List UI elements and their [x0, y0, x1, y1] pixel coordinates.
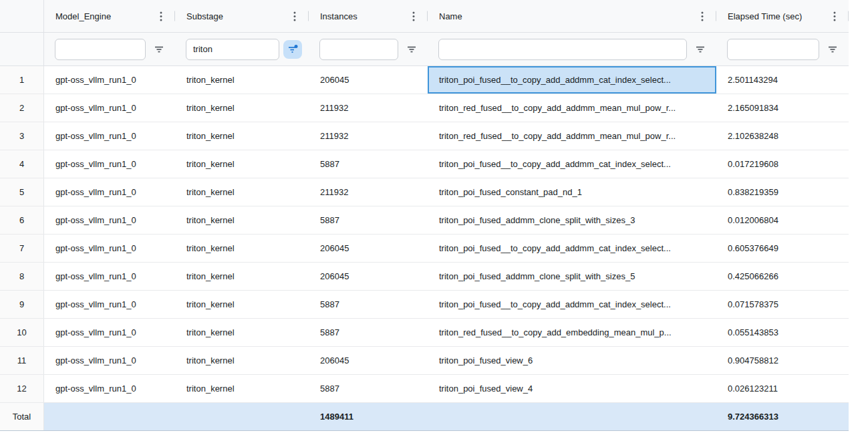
cell-model-engine[interactable]: gpt-oss_vllm_run1_0: [44, 291, 175, 318]
cell-elapsed-time[interactable]: 0.017219608: [716, 150, 849, 178]
table-row[interactable]: 9 gpt-oss_vllm_run1_0 triton_kernel 5887…: [0, 291, 849, 319]
cell-model-engine[interactable]: gpt-oss_vllm_run1_0: [44, 150, 175, 178]
filter-funnel-icon[interactable]: [150, 40, 168, 59]
column-header-instances[interactable]: Instances: [309, 0, 428, 32]
cell-name[interactable]: triton_poi_fused__to_copy_add_addmm_cat_…: [428, 66, 716, 94]
column-header-name[interactable]: Name: [428, 0, 716, 32]
cell-elapsed-time[interactable]: 2.501143294: [716, 66, 849, 94]
column-label: Elapsed Time (sec): [728, 11, 802, 21]
cell-elapsed-time[interactable]: 0.055143853: [716, 319, 849, 346]
cell-instances[interactable]: 206045: [309, 263, 428, 290]
table-row[interactable]: 4 gpt-oss_vllm_run1_0 triton_kernel 5887…: [0, 150, 849, 178]
cell-name[interactable]: triton_poi_fused__to_copy_add_addmm_cat_…: [428, 235, 716, 262]
cell-instances[interactable]: 5887: [309, 319, 428, 346]
filter-funnel-icon[interactable]: [402, 40, 421, 59]
filter-cell-elapsed-time: [716, 33, 849, 65]
filter-cell-instances: [309, 33, 428, 65]
table-row[interactable]: 6 gpt-oss_vllm_run1_0 triton_kernel 5887…: [0, 206, 849, 235]
column-menu-icon[interactable]: [156, 10, 166, 22]
table-row[interactable]: 7 gpt-oss_vllm_run1_0 triton_kernel 2060…: [0, 235, 849, 263]
cell-substage[interactable]: triton_kernel: [175, 375, 309, 402]
table-row[interactable]: 8 gpt-oss_vllm_run1_0 triton_kernel 2060…: [0, 263, 849, 291]
cell-name[interactable]: triton_poi_fused_addmm_clone_split_with_…: [428, 263, 716, 290]
cell-instances[interactable]: 211932: [309, 122, 428, 150]
column-label: Model_Engine: [55, 11, 111, 21]
cell-name[interactable]: triton_poi_fused__to_copy_add_addmm_cat_…: [428, 150, 716, 178]
cell-substage[interactable]: triton_kernel: [175, 263, 309, 290]
cell-substage[interactable]: triton_kernel: [175, 206, 309, 234]
cell-elapsed-time[interactable]: 0.605376649: [716, 235, 849, 262]
filter-funnel-icon[interactable]: [823, 40, 842, 59]
cell-name[interactable]: triton_poi_fused__to_copy_add_addmm_cat_…: [428, 291, 716, 318]
cell-model-engine[interactable]: gpt-oss_vllm_run1_0: [44, 66, 175, 94]
cell-elapsed-time[interactable]: 0.904758812: [716, 347, 849, 374]
column-menu-icon[interactable]: [829, 10, 840, 22]
column-header-substage[interactable]: Substage: [175, 0, 309, 32]
cell-name[interactable]: triton_poi_fused_addmm_clone_split_with_…: [428, 206, 716, 234]
cell-model-engine[interactable]: gpt-oss_vllm_run1_0: [44, 206, 175, 234]
name-filter-input[interactable]: [438, 39, 687, 60]
column-menu-icon[interactable]: [697, 10, 708, 22]
cell-model-engine[interactable]: gpt-oss_vllm_run1_0: [44, 347, 175, 374]
cell-substage[interactable]: triton_kernel: [175, 150, 309, 178]
cell-substage[interactable]: triton_kernel: [175, 235, 309, 262]
cell-model-engine[interactable]: gpt-oss_vllm_run1_0: [44, 319, 175, 346]
cell-elapsed-time[interactable]: 0.425066266: [716, 263, 849, 290]
cell-instances[interactable]: 206045: [309, 235, 428, 262]
substage-filter-input[interactable]: [186, 39, 279, 60]
active-filter-funnel-icon[interactable]: [283, 40, 302, 59]
table-row[interactable]: 2 gpt-oss_vllm_run1_0 triton_kernel 2119…: [0, 94, 849, 122]
cell-elapsed-time[interactable]: 0.026123211: [716, 375, 849, 402]
column-menu-icon[interactable]: [408, 10, 419, 22]
cell-name[interactable]: triton_red_fused__to_copy_add_addmm_mean…: [428, 94, 716, 122]
cell-instances[interactable]: 211932: [309, 94, 428, 122]
cell-model-engine[interactable]: gpt-oss_vllm_run1_0: [44, 375, 175, 402]
instances-filter-input[interactable]: [319, 39, 398, 60]
column-header-model-engine[interactable]: Model_Engine: [44, 0, 175, 32]
cell-instances[interactable]: 206045: [309, 66, 428, 94]
cell-name[interactable]: triton_red_fused__to_copy_add_embedding_…: [428, 319, 716, 346]
elapsed-time-filter-input[interactable]: [727, 39, 819, 60]
table-row[interactable]: 12 gpt-oss_vllm_run1_0 triton_kernel 588…: [0, 375, 849, 403]
table-row[interactable]: 10 gpt-oss_vllm_run1_0 triton_kernel 588…: [0, 319, 849, 347]
cell-elapsed-time[interactable]: 2.102638248: [716, 122, 849, 150]
cell-instances[interactable]: 211932: [309, 178, 428, 206]
cell-model-engine[interactable]: gpt-oss_vllm_run1_0: [44, 94, 175, 122]
cell-name[interactable]: triton_red_fused__to_copy_add_addmm_mean…: [428, 122, 716, 150]
cell-model-engine[interactable]: gpt-oss_vllm_run1_0: [44, 178, 175, 206]
cell-instances[interactable]: 5887: [309, 291, 428, 318]
cell-model-engine[interactable]: gpt-oss_vllm_run1_0: [44, 235, 175, 262]
column-label: Instances: [320, 11, 357, 21]
cell-instances[interactable]: 206045: [309, 347, 428, 374]
column-menu-icon[interactable]: [289, 10, 300, 22]
filter-funnel-icon[interactable]: [691, 40, 710, 59]
row-number: 5: [0, 178, 44, 206]
cell-instances[interactable]: 5887: [309, 206, 428, 234]
table-row[interactable]: 5 gpt-oss_vllm_run1_0 triton_kernel 2119…: [0, 178, 849, 206]
cell-name[interactable]: triton_poi_fused_constant_pad_nd_1: [428, 178, 716, 206]
cell-substage[interactable]: triton_kernel: [175, 347, 309, 374]
cell-substage[interactable]: triton_kernel: [175, 122, 309, 150]
cell-name[interactable]: triton_poi_fused_view_4: [428, 375, 716, 402]
row-number: 8: [0, 263, 44, 290]
cell-substage[interactable]: triton_kernel: [175, 291, 309, 318]
column-header-elapsed-time[interactable]: Elapsed Time (sec): [716, 0, 849, 32]
table-row[interactable]: 11 gpt-oss_vllm_run1_0 triton_kernel 206…: [0, 347, 849, 375]
cell-instances[interactable]: 5887: [309, 150, 428, 178]
table-row[interactable]: 1 gpt-oss_vllm_run1_0 triton_kernel 2060…: [0, 66, 849, 94]
model-engine-filter-input[interactable]: [55, 39, 146, 60]
cell-substage[interactable]: triton_kernel: [175, 94, 309, 122]
cell-elapsed-time[interactable]: 2.165091834: [716, 94, 849, 122]
cell-substage[interactable]: triton_kernel: [175, 66, 309, 94]
cell-elapsed-time[interactable]: 0.071578375: [716, 291, 849, 318]
cell-substage[interactable]: triton_kernel: [175, 178, 309, 206]
cell-elapsed-time[interactable]: 0.012006804: [716, 206, 849, 234]
cell-model-engine[interactable]: gpt-oss_vllm_run1_0: [44, 122, 175, 150]
cell-instances[interactable]: 5887: [309, 375, 428, 402]
header-corner: [0, 0, 44, 32]
cell-substage[interactable]: triton_kernel: [175, 319, 309, 346]
cell-model-engine[interactable]: gpt-oss_vllm_run1_0: [44, 263, 175, 290]
table-row[interactable]: 3 gpt-oss_vllm_run1_0 triton_kernel 2119…: [0, 122, 849, 150]
cell-elapsed-time[interactable]: 0.838219359: [716, 178, 849, 206]
cell-name[interactable]: triton_poi_fused_view_6: [428, 347, 716, 374]
